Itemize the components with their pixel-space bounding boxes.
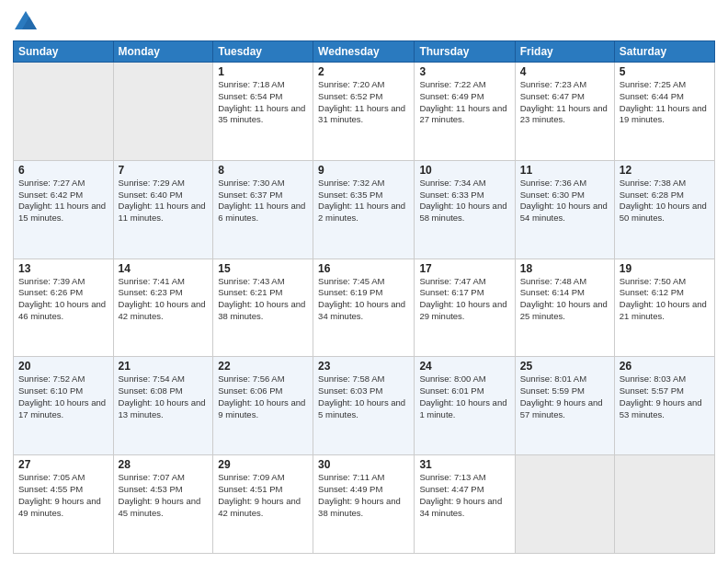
day-number: 14: [119, 262, 209, 275]
day-number: 7: [119, 164, 209, 177]
logo-icon: [13, 9, 39, 35]
day-info: Sunrise: 7:36 AM Sunset: 6:30 PM Dayligh…: [520, 178, 609, 224]
calendar-cell: 24Sunrise: 8:00 AM Sunset: 6:01 PM Dayli…: [415, 357, 515, 455]
day-info: Sunrise: 7:23 AM Sunset: 6:47 PM Dayligh…: [520, 79, 609, 126]
day-number: 3: [419, 65, 509, 78]
day-number: 8: [218, 164, 308, 177]
day-number: 18: [520, 262, 609, 275]
day-number: 30: [318, 458, 409, 471]
day-number: 26: [620, 360, 710, 373]
logo: [13, 9, 42, 35]
day-number: 1: [218, 65, 308, 78]
calendar-day-header: Sunday: [14, 41, 114, 63]
day-info: Sunrise: 7:50 AM Sunset: 6:12 PM Dayligh…: [620, 276, 710, 323]
day-number: 10: [419, 164, 509, 177]
calendar-cell: [614, 455, 714, 554]
calendar-day-header: Saturday: [614, 41, 714, 63]
day-number: 6: [18, 164, 108, 177]
calendar-cell: 10Sunrise: 7:34 AM Sunset: 6:33 PM Dayli…: [415, 160, 515, 259]
calendar-cell: 30Sunrise: 7:11 AM Sunset: 4:49 PM Dayli…: [313, 455, 415, 554]
day-number: 24: [419, 360, 509, 373]
calendar-cell: 21Sunrise: 7:54 AM Sunset: 6:08 PM Dayli…: [113, 357, 213, 455]
day-info: Sunrise: 7:54 AM Sunset: 6:08 PM Dayligh…: [119, 373, 209, 420]
calendar-cell: 29Sunrise: 7:09 AM Sunset: 4:51 PM Dayli…: [213, 455, 313, 554]
calendar-table: SundayMondayTuesdayWednesdayThursdayFrid…: [13, 40, 715, 554]
calendar-cell: 1Sunrise: 7:18 AM Sunset: 6:54 PM Daylig…: [213, 63, 313, 161]
day-number: 29: [218, 458, 308, 471]
day-number: 5: [620, 65, 710, 78]
calendar-cell: [515, 455, 614, 554]
day-info: Sunrise: 7:47 AM Sunset: 6:17 PM Dayligh…: [419, 276, 509, 323]
day-info: Sunrise: 7:52 AM Sunset: 6:10 PM Dayligh…: [18, 373, 108, 420]
calendar-day-header: Tuesday: [213, 41, 313, 63]
calendar-cell: 5Sunrise: 7:25 AM Sunset: 6:44 PM Daylig…: [614, 63, 714, 161]
day-number: 13: [18, 262, 108, 275]
calendar-day-header: Thursday: [415, 41, 515, 63]
day-number: 27: [18, 458, 108, 471]
calendar-cell: 6Sunrise: 7:27 AM Sunset: 6:42 PM Daylig…: [14, 160, 114, 259]
calendar-week-row: 13Sunrise: 7:39 AM Sunset: 6:26 PM Dayli…: [14, 259, 715, 357]
day-number: 23: [318, 360, 409, 373]
day-number: 17: [419, 262, 509, 275]
day-info: Sunrise: 7:09 AM Sunset: 4:51 PM Dayligh…: [218, 472, 308, 519]
day-info: Sunrise: 7:32 AM Sunset: 6:35 PM Dayligh…: [318, 178, 409, 224]
day-info: Sunrise: 7:48 AM Sunset: 6:14 PM Dayligh…: [520, 276, 609, 323]
calendar-week-row: 1Sunrise: 7:18 AM Sunset: 6:54 PM Daylig…: [14, 63, 715, 161]
header: [13, 9, 715, 35]
day-info: Sunrise: 8:03 AM Sunset: 5:57 PM Dayligh…: [620, 373, 710, 420]
calendar-cell: 17Sunrise: 7:47 AM Sunset: 6:17 PM Dayli…: [415, 259, 515, 357]
day-number: 25: [520, 360, 609, 373]
day-info: Sunrise: 7:30 AM Sunset: 6:37 PM Dayligh…: [218, 178, 308, 224]
calendar-cell: 9Sunrise: 7:32 AM Sunset: 6:35 PM Daylig…: [313, 160, 415, 259]
day-info: Sunrise: 7:11 AM Sunset: 4:49 PM Dayligh…: [318, 472, 409, 519]
calendar-day-header: Wednesday: [313, 41, 415, 63]
calendar-cell: 25Sunrise: 8:01 AM Sunset: 5:59 PM Dayli…: [515, 357, 614, 455]
day-info: Sunrise: 7:22 AM Sunset: 6:49 PM Dayligh…: [419, 79, 509, 126]
day-info: Sunrise: 7:25 AM Sunset: 6:44 PM Dayligh…: [620, 79, 710, 126]
day-info: Sunrise: 7:07 AM Sunset: 4:53 PM Dayligh…: [119, 472, 209, 519]
calendar-cell: 13Sunrise: 7:39 AM Sunset: 6:26 PM Dayli…: [14, 259, 114, 357]
day-number: 4: [520, 65, 609, 78]
calendar-cell: 2Sunrise: 7:20 AM Sunset: 6:52 PM Daylig…: [313, 63, 415, 161]
day-number: 12: [620, 164, 710, 177]
calendar-cell: 19Sunrise: 7:50 AM Sunset: 6:12 PM Dayli…: [614, 259, 714, 357]
calendar-cell: 8Sunrise: 7:30 AM Sunset: 6:37 PM Daylig…: [213, 160, 313, 259]
calendar-cell: 7Sunrise: 7:29 AM Sunset: 6:40 PM Daylig…: [113, 160, 213, 259]
day-info: Sunrise: 7:34 AM Sunset: 6:33 PM Dayligh…: [419, 178, 509, 224]
day-number: 31: [419, 458, 509, 471]
day-info: Sunrise: 7:58 AM Sunset: 6:03 PM Dayligh…: [318, 373, 409, 420]
day-number: 22: [218, 360, 308, 373]
calendar-week-row: 6Sunrise: 7:27 AM Sunset: 6:42 PM Daylig…: [14, 160, 715, 259]
calendar-cell: 20Sunrise: 7:52 AM Sunset: 6:10 PM Dayli…: [14, 357, 114, 455]
calendar-cell: 3Sunrise: 7:22 AM Sunset: 6:49 PM Daylig…: [415, 63, 515, 161]
day-number: 15: [218, 262, 308, 275]
day-number: 16: [318, 262, 409, 275]
day-info: Sunrise: 7:43 AM Sunset: 6:21 PM Dayligh…: [218, 276, 308, 323]
day-info: Sunrise: 8:01 AM Sunset: 5:59 PM Dayligh…: [520, 373, 609, 420]
calendar-day-header: Friday: [515, 41, 614, 63]
calendar-header-row: SundayMondayTuesdayWednesdayThursdayFrid…: [14, 41, 715, 63]
calendar-day-header: Monday: [113, 41, 213, 63]
calendar-cell: 26Sunrise: 8:03 AM Sunset: 5:57 PM Dayli…: [614, 357, 714, 455]
day-info: Sunrise: 7:05 AM Sunset: 4:55 PM Dayligh…: [18, 472, 108, 519]
day-number: 19: [620, 262, 710, 275]
calendar-cell: 27Sunrise: 7:05 AM Sunset: 4:55 PM Dayli…: [14, 455, 114, 554]
calendar-cell: [113, 63, 213, 161]
day-number: 21: [119, 360, 209, 373]
day-number: 20: [18, 360, 108, 373]
calendar-week-row: 20Sunrise: 7:52 AM Sunset: 6:10 PM Dayli…: [14, 357, 715, 455]
calendar-cell: 14Sunrise: 7:41 AM Sunset: 6:23 PM Dayli…: [113, 259, 213, 357]
day-info: Sunrise: 7:56 AM Sunset: 6:06 PM Dayligh…: [218, 373, 308, 420]
calendar-cell: 12Sunrise: 7:38 AM Sunset: 6:28 PM Dayli…: [614, 160, 714, 259]
calendar-cell: 15Sunrise: 7:43 AM Sunset: 6:21 PM Dayli…: [213, 259, 313, 357]
day-info: Sunrise: 7:20 AM Sunset: 6:52 PM Dayligh…: [318, 79, 409, 126]
calendar-cell: 22Sunrise: 7:56 AM Sunset: 6:06 PM Dayli…: [213, 357, 313, 455]
calendar-cell: 28Sunrise: 7:07 AM Sunset: 4:53 PM Dayli…: [113, 455, 213, 554]
calendar-cell: 23Sunrise: 7:58 AM Sunset: 6:03 PM Dayli…: [313, 357, 415, 455]
day-info: Sunrise: 8:00 AM Sunset: 6:01 PM Dayligh…: [419, 373, 509, 420]
day-info: Sunrise: 7:45 AM Sunset: 6:19 PM Dayligh…: [318, 276, 409, 323]
day-info: Sunrise: 7:38 AM Sunset: 6:28 PM Dayligh…: [620, 178, 710, 224]
calendar-week-row: 27Sunrise: 7:05 AM Sunset: 4:55 PM Dayli…: [14, 455, 715, 554]
day-info: Sunrise: 7:18 AM Sunset: 6:54 PM Dayligh…: [218, 79, 308, 126]
day-info: Sunrise: 7:39 AM Sunset: 6:26 PM Dayligh…: [18, 276, 108, 323]
